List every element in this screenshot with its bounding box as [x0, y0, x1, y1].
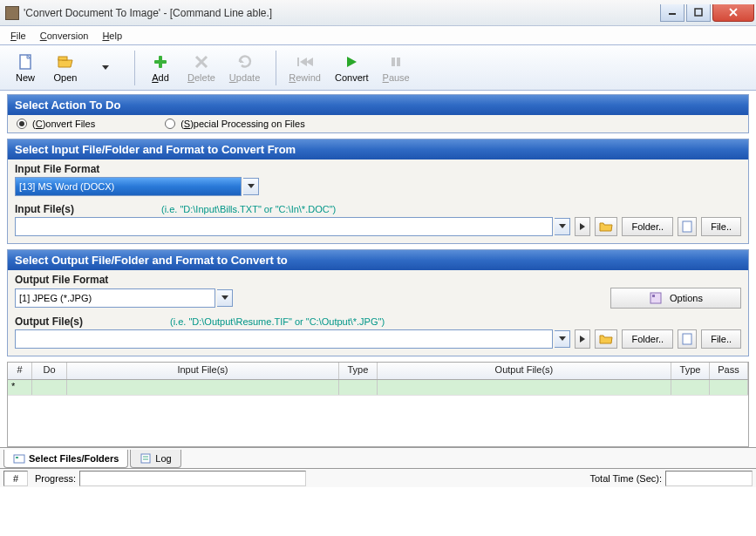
tab-select-files[interactable]: Select Files/Folders	[3, 450, 128, 468]
row-marker: *	[8, 380, 32, 395]
col-num[interactable]: #	[8, 363, 32, 379]
progress-label: Progress:	[35, 473, 76, 484]
sheet-tabs: Select Files/Folders Log	[0, 447, 756, 468]
file-table: # Do Input File(s) Type Output File(s) T…	[7, 362, 749, 447]
plus-icon	[152, 53, 169, 71]
radio-icon	[17, 119, 27, 129]
svg-rect-15	[652, 295, 655, 297]
output-format-dropdown[interactable]	[217, 289, 233, 307]
play-icon	[343, 53, 360, 71]
rewind-button[interactable]: Rewind	[283, 48, 326, 88]
input-files-field[interactable]	[15, 217, 553, 236]
output-file-icon-button[interactable]	[678, 329, 697, 349]
tab-icon	[140, 452, 152, 465]
total-time-value	[665, 471, 753, 486]
col-type2[interactable]: Type	[671, 363, 710, 379]
output-files-label: Output File(s)	[15, 315, 83, 328]
window-controls	[658, 4, 754, 22]
menu-conversion[interactable]: Conversion	[33, 28, 96, 44]
main-content: Select Action To Do (C)onvert Files (S)p…	[0, 91, 756, 447]
input-folder-button[interactable]: Folder..	[622, 217, 673, 236]
tab-log[interactable]: Log	[130, 450, 180, 468]
play-small-icon	[579, 335, 586, 343]
new-button[interactable]: New	[7, 48, 44, 88]
pause-button[interactable]: Pause	[378, 48, 415, 88]
radio-icon	[165, 119, 175, 129]
total-time-label: Total Time (Sec):	[589, 473, 662, 484]
svg-rect-13	[683, 221, 691, 232]
folder-icon	[599, 333, 613, 345]
svg-rect-10	[297, 58, 299, 66]
output-folder-icon-button[interactable]	[595, 329, 617, 349]
svg-rect-11	[392, 58, 395, 66]
col-output[interactable]: Output File(s)	[378, 363, 671, 379]
input-format-dropdown[interactable]	[243, 178, 259, 195]
input-files-dropdown[interactable]	[555, 218, 570, 235]
output-files-dropdown[interactable]	[555, 330, 570, 348]
delete-button[interactable]: Delete	[182, 48, 221, 88]
svg-rect-12	[397, 58, 400, 66]
svg-rect-16	[683, 334, 691, 344]
input-file-icon-button[interactable]	[678, 217, 697, 236]
tab-icon	[13, 452, 25, 465]
toolbar-separator	[134, 51, 135, 85]
refresh-icon	[236, 53, 254, 71]
minimize-button[interactable]	[660, 4, 684, 22]
delete-icon	[193, 53, 210, 71]
input-format-label: Input File Format	[15, 163, 741, 175]
statusbar: # Progress: Total Time (Sec):	[0, 468, 756, 487]
new-icon	[17, 53, 34, 71]
svg-rect-17	[14, 455, 24, 463]
play-small-icon	[579, 222, 586, 231]
action-panel: Select Action To Do (C)onvert Files (S)p…	[7, 94, 749, 133]
output-run-button[interactable]	[575, 329, 590, 349]
output-panel-header: Select Output File/Folder and Format to …	[8, 250, 748, 270]
col-input[interactable]: Input File(s)	[67, 363, 339, 379]
open-icon	[57, 53, 74, 71]
app-icon	[5, 6, 19, 20]
titlebar: 'Convert Document To Image' - [Command L…	[0, 0, 756, 26]
maximize-button[interactable]	[686, 4, 711, 22]
open-dropdown[interactable]	[87, 48, 124, 88]
close-button[interactable]	[712, 4, 754, 22]
input-format-combo[interactable]: [13] MS Word (DOCX)	[15, 177, 242, 196]
status-hash: #	[3, 471, 28, 486]
col-do[interactable]: Do	[32, 363, 67, 379]
col-type[interactable]: Type	[339, 363, 378, 379]
output-files-field[interactable]	[15, 329, 553, 349]
file-icon	[682, 333, 692, 345]
output-file-button[interactable]: File..	[701, 329, 741, 349]
input-file-button[interactable]: File..	[701, 217, 741, 236]
input-hint: (i.e. "D:\Input\Bills.TXT" or "C:\In\*.D…	[161, 204, 336, 214]
open-button[interactable]: Open	[47, 48, 84, 88]
add-button[interactable]: Add	[142, 48, 179, 88]
radio-special-processing[interactable]: (S)pecial Processing on Files	[165, 117, 304, 131]
input-run-button[interactable]	[575, 217, 590, 236]
output-folder-button[interactable]: Folder..	[622, 329, 673, 349]
options-button[interactable]: Options	[610, 288, 741, 309]
svg-rect-7	[154, 60, 167, 64]
convert-button[interactable]: Convert	[330, 48, 374, 88]
menubar: File Conversion Help	[0, 26, 756, 45]
window-title: 'Convert Document To Image' - [Command L…	[24, 7, 658, 19]
convert-label: Convert	[335, 72, 369, 83]
input-folder-icon-button[interactable]	[595, 217, 617, 236]
progress-value	[79, 471, 306, 486]
input-panel-header: Select Input File/Folder and Format to C…	[8, 139, 748, 159]
toolbar-separator	[276, 51, 276, 85]
open-label: Open	[54, 72, 78, 83]
col-pass[interactable]: Pass	[710, 363, 748, 379]
menu-file[interactable]: File	[3, 28, 33, 44]
svg-rect-18	[16, 457, 18, 458]
output-format-combo[interactable]: [1] JPEG (*.JPG)	[15, 288, 215, 308]
update-button[interactable]: Update	[224, 48, 265, 88]
menu-help[interactable]: Help	[95, 28, 129, 44]
svg-rect-1	[695, 9, 702, 16]
radio-convert-files[interactable]: (C)onvert Files	[17, 117, 95, 131]
toolbar: New Open Add Delete Update Rewind Conver…	[0, 45, 756, 91]
output-hint: (i.e. "D:\Output\Resume.TIF" or "C:\Outp…	[170, 316, 385, 327]
file-icon	[682, 221, 692, 233]
input-files-label: Input File(s)	[15, 203, 74, 215]
table-row[interactable]: *	[8, 380, 748, 396]
folder-icon	[599, 221, 613, 233]
